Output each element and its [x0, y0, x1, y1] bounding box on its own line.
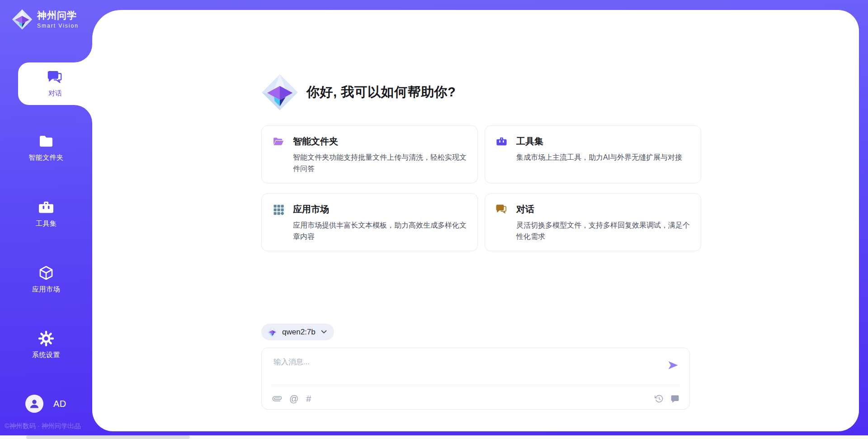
sidebar-item-toolset[interactable]: 工具集	[0, 199, 92, 228]
message-input[interactable]	[273, 356, 657, 382]
composer-tools-right	[655, 394, 679, 403]
grid-icon	[273, 204, 284, 215]
person-icon	[28, 398, 40, 410]
card-description: 智能文件夹功能支持批量文件上传与清洗，轻松实现文件问答	[293, 152, 467, 174]
scrollbar-thumb[interactable]	[26, 435, 190, 439]
composer-tools-left: @ #	[273, 394, 311, 403]
active-tab-top-curve	[74, 44, 92, 62]
main-panel: 你好, 我可以如何帮助你? 智能文件夹 智能文件夹功能支持批量文件上传与清洗，轻…	[92, 10, 859, 431]
briefcase-icon	[496, 136, 507, 147]
model-selector[interactable]: qwen2:7b	[261, 324, 334, 340]
greeting-gem-icon	[261, 74, 298, 111]
card-toolset[interactable]: 工具集 集成市场上主流工具，助力AI与外界无缝扩展与对接	[485, 125, 701, 183]
active-tab-bottom-curve	[74, 105, 92, 123]
sidebar-item-smart-folder[interactable]: 智能文件夹	[0, 133, 92, 162]
hashtag-button[interactable]: #	[306, 394, 311, 403]
card-title: 应用市场	[293, 203, 329, 215]
folder-icon	[38, 133, 54, 149]
brand: 神州问学 Smart Vision	[12, 9, 79, 30]
card-description: 灵活切换多模型文件，支持多样回复效果调试，满足个性化需求	[516, 220, 690, 242]
horizontal-scrollbar[interactable]	[0, 435, 868, 439]
folder-open-icon	[273, 136, 284, 147]
feature-cards: 智能文件夹 智能文件夹功能支持批量文件上传与清洗，轻松实现文件问答 工具集 集成…	[261, 125, 690, 251]
attach-button[interactable]	[271, 392, 283, 405]
history-button[interactable]	[655, 394, 664, 403]
brand-subtitle: Smart Vision	[37, 23, 79, 29]
mention-button[interactable]: @	[289, 394, 298, 403]
composer: qwen2:7b	[261, 324, 690, 410]
greeting: 你好, 我可以如何帮助你?	[261, 10, 690, 111]
model-name: qwen2:7b	[282, 328, 316, 337]
chat-bubble-icon	[670, 394, 679, 403]
cube-icon	[38, 265, 54, 281]
paperclip-icon	[271, 392, 283, 405]
greeting-text: 你好, 我可以如何帮助你?	[307, 83, 456, 101]
sidebar-item-label: 智能文件夹	[28, 153, 64, 162]
card-app-market[interactable]: 应用市场 应用市场提供丰富长文本模板，助力高效生成多样化文章内容	[261, 193, 478, 251]
card-description: 集成市场上主流工具，助力AI与外界无缝扩展与对接	[516, 152, 690, 163]
sidebar: 神州问学 Smart Vision 对话 智能文件夹 工具集 应用市场	[0, 0, 92, 439]
user-chip[interactable]: AD	[25, 395, 66, 413]
copyright-text: ©神州数码 · 神州问学出品	[5, 422, 81, 430]
sidebar-item-chat[interactable]: 对话	[18, 62, 92, 105]
model-gem-icon	[267, 327, 278, 337]
sidebar-item-app-market[interactable]: 应用市场	[0, 265, 92, 294]
sidebar-item-settings[interactable]: 系统设置	[0, 330, 92, 359]
briefcase-icon	[38, 199, 54, 215]
card-smart-folder[interactable]: 智能文件夹 智能文件夹功能支持批量文件上传与清洗，轻松实现文件问答	[261, 125, 478, 183]
sidebar-item-label: 对话	[48, 89, 62, 98]
gear-icon	[38, 330, 54, 347]
avatar	[25, 395, 43, 413]
card-chat[interactable]: 对话 灵活切换多模型文件，支持多样回复效果调试，满足个性化需求	[485, 193, 701, 251]
sidebar-item-label: 系统设置	[32, 351, 60, 359]
history-icon	[655, 394, 664, 403]
card-title: 智能文件夹	[293, 135, 338, 148]
card-description: 应用市场提供丰富长文本模板，助力高效生成多样化文章内容	[293, 220, 467, 242]
user-name: AD	[53, 399, 66, 409]
card-title: 工具集	[516, 135, 543, 148]
send-button[interactable]	[667, 359, 679, 372]
chat-icon	[496, 204, 507, 215]
brand-gem-icon	[12, 9, 33, 30]
card-title: 对话	[516, 203, 534, 215]
new-chat-button[interactable]	[670, 394, 679, 403]
chevron-down-icon	[321, 330, 327, 334]
send-icon	[667, 359, 679, 372]
composer-divider	[271, 385, 680, 385]
message-input-box: @ #	[261, 348, 690, 410]
chat-icon	[47, 70, 63, 85]
sidebar-item-label: 应用市场	[32, 285, 60, 294]
brand-name: 神州问学	[37, 10, 79, 21]
sidebar-item-label: 工具集	[36, 220, 57, 228]
